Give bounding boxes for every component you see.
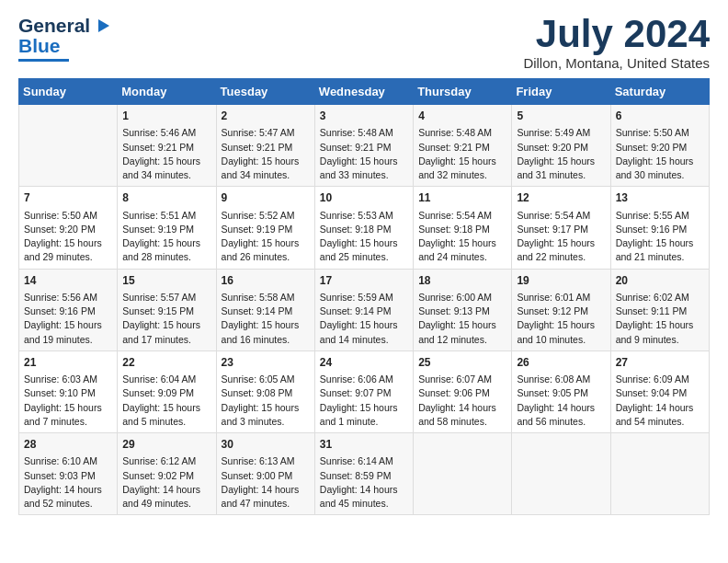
day-number: 3 (320, 109, 408, 124)
calendar-cell: 2Sunrise: 5:47 AM Sunset: 9:21 PM Daylig… (216, 105, 314, 187)
day-info: Sunrise: 6:03 AM Sunset: 9:10 PM Dayligh… (24, 373, 102, 427)
day-number: 28 (24, 437, 112, 453)
calendar-week-row: 1Sunrise: 5:46 AM Sunset: 9:21 PM Daylig… (19, 105, 710, 187)
calendar-week-row: 14Sunrise: 5:56 AM Sunset: 9:16 PM Dayli… (19, 269, 710, 350)
day-info: Sunrise: 5:47 AM Sunset: 9:21 PM Dayligh… (222, 127, 300, 180)
day-number: 25 (418, 355, 506, 371)
weekday-header: Saturday (610, 79, 709, 105)
day-info: Sunrise: 6:13 AM Sunset: 9:00 PM Dayligh… (222, 455, 300, 509)
day-info: Sunrise: 6:01 AM Sunset: 9:12 PM Dayligh… (517, 292, 595, 345)
day-number: 4 (418, 109, 506, 124)
calendar-cell: 8Sunrise: 5:51 AM Sunset: 9:19 PM Daylig… (118, 187, 216, 269)
day-info: Sunrise: 6:00 AM Sunset: 9:13 PM Dayligh… (418, 292, 496, 345)
day-info: Sunrise: 5:54 AM Sunset: 9:18 PM Dayligh… (418, 210, 496, 263)
calendar-cell: 15Sunrise: 5:57 AM Sunset: 9:15 PM Dayli… (118, 269, 216, 350)
day-info: Sunrise: 6:09 AM Sunset: 9:04 PM Dayligh… (616, 373, 694, 427)
calendar-cell: 27Sunrise: 6:09 AM Sunset: 9:04 PM Dayli… (610, 350, 709, 432)
calendar-cell: 14Sunrise: 5:56 AM Sunset: 9:16 PM Dayli… (19, 269, 118, 350)
logo-arrow-icon (91, 16, 111, 36)
weekday-header: Sunday (19, 79, 118, 105)
day-number: 2 (222, 109, 310, 124)
day-number: 11 (418, 190, 506, 206)
title-block: July 2024 Dillon, Montana, United States (523, 15, 710, 71)
day-number: 10 (320, 190, 408, 206)
day-info: Sunrise: 6:04 AM Sunset: 9:09 PM Dayligh… (122, 373, 200, 427)
day-number: 13 (616, 190, 704, 206)
calendar-cell: 23Sunrise: 6:05 AM Sunset: 9:08 PM Dayli… (216, 350, 314, 432)
day-info: Sunrise: 6:07 AM Sunset: 9:06 PM Dayligh… (418, 373, 496, 427)
day-info: Sunrise: 5:54 AM Sunset: 9:17 PM Dayligh… (517, 210, 595, 263)
day-number: 9 (222, 190, 310, 206)
calendar-cell: 20Sunrise: 6:02 AM Sunset: 9:11 PM Dayli… (610, 269, 709, 350)
day-number: 14 (24, 273, 112, 289)
calendar-cell (610, 433, 709, 515)
calendar-cell: 31Sunrise: 6:14 AM Sunset: 8:59 PM Dayli… (314, 433, 413, 515)
day-number: 1 (122, 109, 210, 124)
day-number: 30 (222, 437, 310, 453)
calendar-header: SundayMondayTuesdayWednesdayThursdayFrid… (19, 79, 710, 105)
day-info: Sunrise: 5:48 AM Sunset: 9:21 PM Dayligh… (320, 127, 398, 180)
day-info: Sunrise: 5:56 AM Sunset: 9:16 PM Dayligh… (24, 292, 102, 345)
calendar-cell: 17Sunrise: 5:59 AM Sunset: 9:14 PM Dayli… (314, 269, 413, 350)
day-info: Sunrise: 6:06 AM Sunset: 9:07 PM Dayligh… (320, 373, 398, 427)
calendar-cell (512, 433, 610, 515)
day-info: Sunrise: 5:50 AM Sunset: 9:20 PM Dayligh… (616, 127, 694, 180)
calendar-cell (414, 433, 512, 515)
calendar-cell: 30Sunrise: 6:13 AM Sunset: 9:00 PM Dayli… (216, 433, 314, 515)
day-info: Sunrise: 6:14 AM Sunset: 8:59 PM Dayligh… (320, 455, 398, 509)
calendar-cell: 21Sunrise: 6:03 AM Sunset: 9:10 PM Dayli… (19, 350, 118, 432)
location: Dillon, Montana, United States (523, 55, 710, 71)
calendar-cell: 16Sunrise: 5:58 AM Sunset: 9:14 PM Dayli… (216, 269, 314, 350)
weekday-header: Friday (512, 79, 610, 105)
logo-blue: Blue (18, 35, 61, 57)
day-info: Sunrise: 6:02 AM Sunset: 9:11 PM Dayligh… (616, 292, 694, 345)
day-number: 24 (320, 355, 408, 371)
day-info: Sunrise: 5:55 AM Sunset: 9:16 PM Dayligh… (616, 210, 694, 263)
logo-general: General (18, 15, 90, 37)
logo: General Blue (18, 15, 111, 62)
logo-underline (18, 59, 69, 62)
calendar-cell: 6Sunrise: 5:50 AM Sunset: 9:20 PM Daylig… (610, 105, 709, 187)
calendar-cell: 10Sunrise: 5:53 AM Sunset: 9:18 PM Dayli… (314, 187, 413, 269)
calendar-cell: 7Sunrise: 5:50 AM Sunset: 9:20 PM Daylig… (19, 187, 118, 269)
calendar-week-row: 21Sunrise: 6:03 AM Sunset: 9:10 PM Dayli… (19, 350, 710, 432)
day-info: Sunrise: 6:05 AM Sunset: 9:08 PM Dayligh… (222, 373, 300, 427)
calendar-cell: 3Sunrise: 5:48 AM Sunset: 9:21 PM Daylig… (314, 105, 413, 187)
day-info: Sunrise: 5:52 AM Sunset: 9:19 PM Dayligh… (222, 210, 300, 263)
calendar-cell: 4Sunrise: 5:48 AM Sunset: 9:21 PM Daylig… (414, 105, 512, 187)
calendar-cell: 5Sunrise: 5:49 AM Sunset: 9:20 PM Daylig… (512, 105, 610, 187)
day-number: 29 (122, 437, 210, 453)
day-number: 8 (122, 190, 210, 206)
day-info: Sunrise: 5:46 AM Sunset: 9:21 PM Dayligh… (122, 127, 200, 180)
day-info: Sunrise: 5:53 AM Sunset: 9:18 PM Dayligh… (320, 210, 398, 263)
calendar-cell: 19Sunrise: 6:01 AM Sunset: 9:12 PM Dayli… (512, 269, 610, 350)
weekday-header: Wednesday (314, 79, 413, 105)
day-number: 23 (222, 355, 310, 371)
day-number: 20 (616, 273, 704, 289)
day-number: 19 (517, 273, 605, 289)
calendar-cell: 11Sunrise: 5:54 AM Sunset: 9:18 PM Dayli… (414, 187, 512, 269)
calendar-cell: 26Sunrise: 6:08 AM Sunset: 9:05 PM Dayli… (512, 350, 610, 432)
day-number: 21 (24, 355, 112, 371)
day-info: Sunrise: 5:48 AM Sunset: 9:21 PM Dayligh… (418, 127, 496, 180)
day-number: 22 (122, 355, 210, 371)
calendar-cell: 28Sunrise: 6:10 AM Sunset: 9:03 PM Dayli… (19, 433, 118, 515)
day-info: Sunrise: 5:49 AM Sunset: 9:20 PM Dayligh… (517, 127, 595, 180)
day-info: Sunrise: 5:57 AM Sunset: 9:15 PM Dayligh… (122, 292, 200, 345)
day-number: 5 (517, 109, 605, 124)
day-number: 15 (122, 273, 210, 289)
day-number: 26 (517, 355, 605, 371)
calendar-cell (19, 105, 118, 187)
calendar-cell: 12Sunrise: 5:54 AM Sunset: 9:17 PM Dayli… (512, 187, 610, 269)
day-info: Sunrise: 6:08 AM Sunset: 9:05 PM Dayligh… (517, 373, 595, 427)
weekday-header: Tuesday (216, 79, 314, 105)
day-info: Sunrise: 5:58 AM Sunset: 9:14 PM Dayligh… (222, 292, 300, 345)
svg-marker-0 (98, 19, 109, 32)
day-number: 16 (222, 273, 310, 289)
weekday-header: Monday (118, 79, 216, 105)
month-title: July 2024 (523, 15, 710, 53)
calendar-cell: 1Sunrise: 5:46 AM Sunset: 9:21 PM Daylig… (118, 105, 216, 187)
page-header: General Blue July 2024 Dillon, Montana, … (18, 15, 710, 71)
day-number: 27 (616, 355, 704, 371)
calendar-cell: 13Sunrise: 5:55 AM Sunset: 9:16 PM Dayli… (610, 187, 709, 269)
